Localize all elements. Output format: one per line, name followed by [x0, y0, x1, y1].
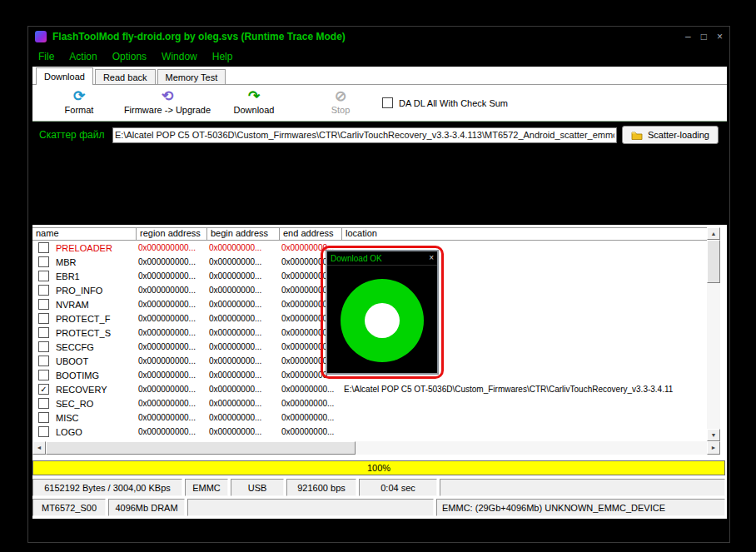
cell-name: MBR: [56, 257, 138, 267]
tab-strip: Download Read back Memory Test: [32, 67, 727, 85]
horizontal-scroll-thumb[interactable]: [46, 441, 356, 455]
cell-begin: 0x00000000...: [209, 356, 281, 366]
table-row[interactable]: ✓ RECOVERY 0x000000000... 0x00000000... …: [32, 382, 707, 396]
firmware-upgrade-icon: ⟲: [162, 88, 173, 104]
cell-name: SEC_RO: [56, 399, 138, 409]
menu-window[interactable]: Window: [162, 51, 197, 62]
tab-read-back[interactable]: Read back: [95, 69, 156, 84]
close-button[interactable]: ×: [717, 32, 723, 42]
row-checkbox[interactable]: [38, 370, 49, 380]
cell-end: 0x00000000...: [281, 385, 344, 394]
scroll-right-icon[interactable]: ►: [707, 441, 720, 455]
scatter-log-region: Скаттер файл Scatter-loading: [32, 121, 727, 225]
vertical-scroll-thumb[interactable]: [707, 240, 720, 283]
status-bar: 6152192 Bytes / 3004,00 KBps EMMC USB 92…: [32, 479, 725, 496]
cell-begin: 0x00000000...: [209, 413, 281, 422]
row-checkbox[interactable]: [38, 398, 49, 409]
firmware-upgrade-label: Firmware -> Upgrade: [124, 105, 211, 115]
cell-region: 0x000000000...: [138, 356, 209, 366]
cell-begin: 0x00000000...: [209, 328, 281, 337]
row-checkbox[interactable]: [38, 426, 49, 437]
cell-name: RECOVERY: [56, 385, 138, 395]
cell-region: 0x000000000...: [138, 314, 209, 323]
checksum-checkbox[interactable]: [382, 97, 393, 108]
tab-memory-test[interactable]: Memory Test: [157, 69, 226, 84]
scroll-left-icon[interactable]: ◄: [32, 441, 46, 455]
minimize-button[interactable]: –: [685, 32, 691, 42]
header-region-address[interactable]: region address: [137, 228, 207, 240]
menu-options[interactable]: Options: [112, 51, 147, 62]
cell-end: 0x00000000...: [281, 399, 344, 408]
download-ok-body: [327, 266, 437, 373]
row-checkbox[interactable]: ✓: [38, 384, 49, 395]
popup-close-icon[interactable]: ×: [429, 254, 434, 262]
row-checkbox[interactable]: [38, 256, 49, 267]
row-checkbox[interactable]: [38, 242, 49, 253]
header-end-address[interactable]: end address: [280, 228, 342, 240]
horizontal-scrollbar[interactable]: ◄ ►: [32, 441, 720, 455]
menu-bar: File Action Options Window Help: [28, 46, 729, 67]
cell-region: 0x000000000...: [138, 286, 209, 295]
cell-region: 0x000000000...: [138, 413, 209, 422]
format-button[interactable]: ⟳ Format: [54, 88, 104, 115]
firmware-upgrade-button[interactable]: ⟲ Firmware -> Upgrade: [122, 88, 212, 115]
row-checkbox[interactable]: [38, 356, 49, 366]
cell-name: NVRAM: [56, 300, 138, 310]
row-checkbox[interactable]: [38, 299, 49, 310]
row-checkbox[interactable]: [38, 313, 49, 324]
table-row[interactable]: MISC 0x000000000... 0x00000000... 0x0000…: [32, 410, 707, 425]
cell-end: 0x00000000...: [281, 413, 344, 422]
cell-region: 0x000000000...: [138, 370, 209, 380]
scroll-down-icon[interactable]: ▼: [707, 429, 720, 441]
cell-begin: 0x00000000...: [209, 427, 281, 436]
cell-name: PROTECT_S: [56, 328, 138, 338]
menu-help[interactable]: Help: [212, 51, 233, 62]
row-checkbox[interactable]: [38, 327, 49, 338]
device-emmc-info: EMMC: (29Gb+4096Mb) UNKNOWN_EMMC_DEVICE: [436, 499, 725, 516]
cell-region: 0x000000000...: [138, 342, 209, 351]
device-bar: MT6572_S00 4096Mb DRAM EMMC: (29Gb+4096M…: [32, 499, 725, 516]
cell-region: 0x000000000...: [138, 328, 209, 337]
table-row[interactable]: SEC_RO 0x000000000... 0x00000000... 0x00…: [32, 396, 707, 410]
tab-download[interactable]: Download: [36, 67, 93, 85]
scatter-loading-label: Scatter-loading: [648, 130, 709, 140]
checksum-option[interactable]: DA DL All With Check Sum: [382, 97, 508, 108]
cell-region: 0x000000000...: [138, 399, 209, 408]
scatter-loading-button[interactable]: Scatter-loading: [622, 126, 719, 144]
cell-begin: 0x00000000...: [209, 257, 281, 266]
menu-file[interactable]: File: [38, 51, 54, 62]
table-row[interactable]: LOGO 0x000000000... 0x00000000... 0x0000…: [32, 425, 707, 439]
cell-name: BOOTIMG: [56, 370, 138, 380]
scroll-up-icon[interactable]: ▲: [707, 227, 720, 240]
row-checkbox[interactable]: [38, 271, 49, 281]
folder-icon: [631, 131, 643, 140]
header-begin-address[interactable]: begin address: [207, 228, 280, 240]
row-checkbox[interactable]: [38, 285, 49, 296]
window-controls: – □ ×: [685, 32, 723, 42]
stop-label: Stop: [331, 105, 351, 115]
cell-begin: 0x00000000...: [209, 271, 281, 281]
cell-region: 0x000000000...: [138, 271, 209, 281]
cell-name: PRO_INFO: [56, 286, 138, 296]
download-button[interactable]: ↷ Download: [227, 88, 281, 115]
cell-name: UBOOT: [56, 356, 138, 366]
format-label: Format: [65, 105, 94, 115]
menu-action[interactable]: Action: [69, 51, 97, 62]
download-icon: ↷: [248, 88, 260, 104]
cell-begin: 0x00000000...: [209, 300, 281, 309]
stop-icon: ⊘: [335, 88, 346, 104]
stop-button: ⊘ Stop: [319, 88, 362, 115]
row-checkbox[interactable]: [38, 341, 49, 352]
header-name[interactable]: name: [32, 228, 137, 240]
header-location[interactable]: location: [342, 228, 707, 240]
row-checkbox[interactable]: [38, 412, 49, 423]
cell-region: 0x000000000...: [138, 257, 209, 266]
download-ok-dialog[interactable]: Download OK ×: [326, 250, 439, 375]
download-label: Download: [234, 105, 275, 115]
maximize-button[interactable]: □: [701, 32, 707, 42]
cell-name: EBR1: [56, 271, 138, 281]
title-bar[interactable]: FlashToolMod fly-droid.org by oleg.svs (…: [28, 27, 729, 46]
vertical-scrollbar[interactable]: ▲ ▼: [707, 227, 720, 441]
download-ok-title-bar[interactable]: Download OK ×: [327, 251, 437, 266]
scatter-path-input[interactable]: [112, 127, 617, 143]
